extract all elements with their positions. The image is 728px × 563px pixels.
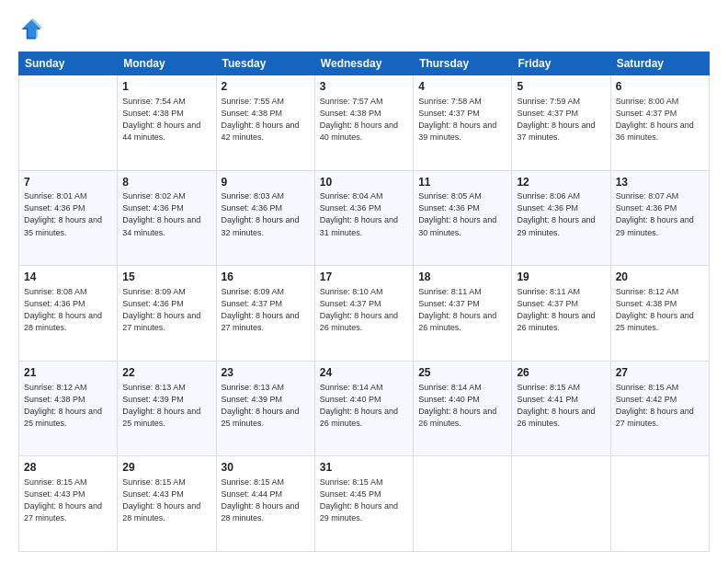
week-row-2: 7Sunrise: 8:01 AMSunset: 4:36 PMDaylight… xyxy=(19,170,710,266)
day-number: 15 xyxy=(122,270,210,285)
header-friday: Friday xyxy=(512,52,610,75)
day-number: 16 xyxy=(222,270,310,285)
day-number: 1 xyxy=(122,79,210,95)
day-info: Sunrise: 8:11 AMSunset: 4:37 PMDaylight:… xyxy=(418,286,506,334)
cell-1-0: 7Sunrise: 8:01 AMSunset: 4:36 PMDaylight… xyxy=(19,170,118,266)
day-info: Sunrise: 8:13 AMSunset: 4:39 PMDaylight:… xyxy=(122,382,210,430)
day-number: 6 xyxy=(616,79,704,95)
cell-1-6: 13Sunrise: 8:07 AMSunset: 4:36 PMDayligh… xyxy=(610,170,709,266)
cell-4-4 xyxy=(414,456,512,552)
header-tuesday: Tuesday xyxy=(216,52,314,75)
cell-3-3: 24Sunrise: 8:14 AMSunset: 4:40 PMDayligh… xyxy=(314,361,413,456)
calendar-header-row: SundayMondayTuesdayWednesdayThursdayFrid… xyxy=(19,52,710,75)
day-info: Sunrise: 8:03 AMSunset: 4:36 PMDaylight:… xyxy=(222,190,310,238)
day-number: 24 xyxy=(320,365,408,381)
cell-2-3: 17Sunrise: 8:10 AMSunset: 4:37 PMDayligh… xyxy=(314,266,413,362)
day-number: 22 xyxy=(122,365,210,381)
day-info: Sunrise: 8:12 AMSunset: 4:38 PMDaylight:… xyxy=(24,382,112,430)
calendar-table: SundayMondayTuesdayWednesdayThursdayFrid… xyxy=(18,52,710,552)
cell-3-1: 22Sunrise: 8:13 AMSunset: 4:39 PMDayligh… xyxy=(118,361,216,456)
day-info: Sunrise: 8:00 AMSunset: 4:37 PMDaylight:… xyxy=(616,96,704,144)
week-row-3: 14Sunrise: 8:08 AMSunset: 4:36 PMDayligh… xyxy=(19,266,710,362)
day-info: Sunrise: 8:15 AMSunset: 4:44 PMDaylight:… xyxy=(222,477,310,524)
day-number: 12 xyxy=(517,175,605,190)
header xyxy=(18,17,710,42)
day-number: 10 xyxy=(320,175,408,190)
day-number: 28 xyxy=(24,460,112,476)
cell-4-2: 30Sunrise: 8:15 AMSunset: 4:44 PMDayligh… xyxy=(216,456,314,552)
day-number: 5 xyxy=(517,79,605,95)
cell-1-5: 12Sunrise: 8:06 AMSunset: 4:36 PMDayligh… xyxy=(512,170,610,266)
day-number: 14 xyxy=(24,270,112,285)
day-number: 13 xyxy=(616,175,704,190)
day-info: Sunrise: 8:13 AMSunset: 4:39 PMDaylight:… xyxy=(222,382,310,430)
header-saturday: Saturday xyxy=(610,52,709,75)
day-info: Sunrise: 8:06 AMSunset: 4:36 PMDaylight:… xyxy=(517,190,605,238)
header-monday: Monday xyxy=(118,52,216,75)
day-number: 27 xyxy=(616,365,704,381)
day-number: 4 xyxy=(418,79,506,95)
day-info: Sunrise: 8:09 AMSunset: 4:36 PMDaylight:… xyxy=(122,286,210,334)
week-row-4: 21Sunrise: 8:12 AMSunset: 4:38 PMDayligh… xyxy=(19,361,710,456)
day-info: Sunrise: 7:55 AMSunset: 4:38 PMDaylight:… xyxy=(222,96,310,144)
day-number: 19 xyxy=(517,270,605,285)
day-number: 2 xyxy=(222,79,310,95)
cell-4-6 xyxy=(610,456,709,552)
cell-3-4: 25Sunrise: 8:14 AMSunset: 4:40 PMDayligh… xyxy=(414,361,512,456)
day-number: 29 xyxy=(122,460,210,476)
day-info: Sunrise: 8:09 AMSunset: 4:37 PMDaylight:… xyxy=(222,286,310,334)
cell-2-5: 19Sunrise: 8:11 AMSunset: 4:37 PMDayligh… xyxy=(512,266,610,362)
day-number: 3 xyxy=(320,79,408,95)
cell-3-5: 26Sunrise: 8:15 AMSunset: 4:41 PMDayligh… xyxy=(512,361,610,456)
cell-1-1: 8Sunrise: 8:02 AMSunset: 4:36 PMDaylight… xyxy=(118,170,216,266)
cell-3-6: 27Sunrise: 8:15 AMSunset: 4:42 PMDayligh… xyxy=(610,361,709,456)
header-wednesday: Wednesday xyxy=(314,52,413,75)
cell-0-5: 5Sunrise: 7:59 AMSunset: 4:37 PMDaylight… xyxy=(512,75,610,171)
day-info: Sunrise: 8:01 AMSunset: 4:36 PMDaylight:… xyxy=(24,190,112,238)
day-number: 17 xyxy=(320,270,408,285)
cell-0-1: 1Sunrise: 7:54 AMSunset: 4:38 PMDaylight… xyxy=(118,75,216,171)
day-info: Sunrise: 7:58 AMSunset: 4:37 PMDaylight:… xyxy=(418,96,506,144)
cell-0-6: 6Sunrise: 8:00 AMSunset: 4:37 PMDaylight… xyxy=(610,75,709,171)
day-info: Sunrise: 8:14 AMSunset: 4:40 PMDaylight:… xyxy=(418,382,506,430)
day-number: 18 xyxy=(418,270,506,285)
cell-1-3: 10Sunrise: 8:04 AMSunset: 4:36 PMDayligh… xyxy=(314,170,413,266)
day-number: 31 xyxy=(320,460,408,476)
day-number: 30 xyxy=(222,460,310,476)
cell-0-4: 4Sunrise: 7:58 AMSunset: 4:37 PMDaylight… xyxy=(414,75,512,171)
header-sunday: Sunday xyxy=(19,52,118,75)
day-info: Sunrise: 7:57 AMSunset: 4:38 PMDaylight:… xyxy=(320,96,408,144)
cell-3-2: 23Sunrise: 8:13 AMSunset: 4:39 PMDayligh… xyxy=(216,361,314,456)
cell-0-0 xyxy=(19,75,118,171)
cell-2-4: 18Sunrise: 8:11 AMSunset: 4:37 PMDayligh… xyxy=(414,266,512,362)
header-thursday: Thursday xyxy=(414,52,512,75)
day-number: 9 xyxy=(222,175,310,190)
day-number: 26 xyxy=(517,365,605,381)
day-info: Sunrise: 8:15 AMSunset: 4:43 PMDaylight:… xyxy=(24,477,112,524)
cell-3-0: 21Sunrise: 8:12 AMSunset: 4:38 PMDayligh… xyxy=(19,361,118,456)
cell-2-2: 16Sunrise: 8:09 AMSunset: 4:37 PMDayligh… xyxy=(216,266,314,362)
cell-2-0: 14Sunrise: 8:08 AMSunset: 4:36 PMDayligh… xyxy=(19,266,118,362)
logo xyxy=(18,17,48,42)
day-number: 20 xyxy=(616,270,704,285)
day-info: Sunrise: 7:59 AMSunset: 4:37 PMDaylight:… xyxy=(517,96,605,144)
day-info: Sunrise: 8:07 AMSunset: 4:36 PMDaylight:… xyxy=(616,190,704,238)
day-info: Sunrise: 8:05 AMSunset: 4:36 PMDaylight:… xyxy=(418,190,506,238)
day-number: 23 xyxy=(222,365,310,381)
day-info: Sunrise: 8:14 AMSunset: 4:40 PMDaylight:… xyxy=(320,382,408,430)
day-number: 11 xyxy=(418,175,506,190)
cell-0-2: 2Sunrise: 7:55 AMSunset: 4:38 PMDaylight… xyxy=(216,75,314,171)
cell-1-4: 11Sunrise: 8:05 AMSunset: 4:36 PMDayligh… xyxy=(414,170,512,266)
day-info: Sunrise: 8:10 AMSunset: 4:37 PMDaylight:… xyxy=(320,286,408,334)
day-info: Sunrise: 8:12 AMSunset: 4:38 PMDaylight:… xyxy=(616,286,704,334)
svg-marker-1 xyxy=(23,18,42,38)
day-info: Sunrise: 8:04 AMSunset: 4:36 PMDaylight:… xyxy=(320,190,408,238)
day-info: Sunrise: 7:54 AMSunset: 4:38 PMDaylight:… xyxy=(122,96,210,144)
day-info: Sunrise: 8:15 AMSunset: 4:41 PMDaylight:… xyxy=(517,382,605,430)
cell-4-5 xyxy=(512,456,610,552)
day-info: Sunrise: 8:15 AMSunset: 4:42 PMDaylight:… xyxy=(616,382,704,430)
day-number: 21 xyxy=(24,365,112,381)
cell-1-2: 9Sunrise: 8:03 AMSunset: 4:36 PMDaylight… xyxy=(216,170,314,266)
cell-4-1: 29Sunrise: 8:15 AMSunset: 4:43 PMDayligh… xyxy=(118,456,216,552)
day-number: 8 xyxy=(122,175,210,190)
